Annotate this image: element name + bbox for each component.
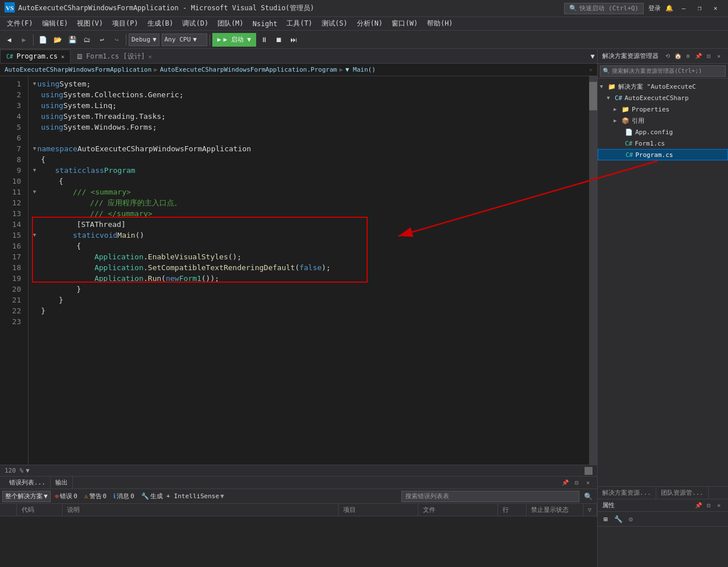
menu-help[interactable]: 帮助(H) xyxy=(422,17,458,31)
debug-mode-dropdown[interactable]: Debug ▼ xyxy=(129,34,159,46)
menu-nsight[interactable]: Nsight xyxy=(248,17,282,31)
start-button[interactable]: ▶ ▶ 启动 ▼ xyxy=(212,33,256,47)
menu-edit[interactable]: 编辑(E) xyxy=(38,17,73,31)
warning-count-badge[interactable]: ⚠ 警告 0 xyxy=(82,491,109,501)
solution-expand[interactable]: ▼ xyxy=(600,84,607,89)
save-all-btn[interactable]: 🗂 xyxy=(80,33,94,47)
redo-btn[interactable]: ↪ xyxy=(110,33,124,47)
se-close-btn[interactable]: ✕ xyxy=(714,52,723,61)
minimize-button[interactable]: — xyxy=(676,3,692,14)
col-desc[interactable]: 说明 xyxy=(63,504,339,516)
code-area[interactable]: ▼ using System; using System.Collections… xyxy=(28,76,589,465)
user-login[interactable]: 登录 xyxy=(648,4,661,13)
solution-search-box[interactable]: 🔍 搜索解决方案资源管理器(Ctrl+;) xyxy=(600,65,726,77)
tab-error-list[interactable]: 错误列表... xyxy=(5,477,51,489)
tree-references[interactable]: ▶ 📦 引用 xyxy=(598,115,728,126)
platform-dropdown[interactable]: Any CPU ▼ xyxy=(162,34,207,46)
breadcrumb-close-btn[interactable]: ✕ xyxy=(589,67,593,73)
menu-window[interactable]: 窗口(W) xyxy=(387,17,422,31)
prop-sort-btn[interactable]: 🔧 xyxy=(612,514,624,525)
se-home-btn[interactable]: 🏠 xyxy=(673,52,682,61)
new-project-btn[interactable]: 📄 xyxy=(36,33,50,47)
collapse-15[interactable]: ▼ xyxy=(33,230,36,241)
quick-launch[interactable]: 🔍 快速启动 (Ctrl+Q) xyxy=(564,3,644,14)
tree-properties[interactable]: ▶ 📁 Properties xyxy=(598,104,728,115)
prop-close-btn[interactable]: ✕ xyxy=(714,501,723,510)
se-gear-btn[interactable]: ⚙ xyxy=(684,52,693,61)
panel-pin-btn[interactable]: 📌 xyxy=(561,478,570,487)
col-project[interactable]: 项目 xyxy=(339,504,418,516)
toolbar-extra3[interactable]: ⏭ xyxy=(287,33,301,47)
project-expand[interactable]: ▼ xyxy=(607,95,614,101)
menu-build[interactable]: 生成(B) xyxy=(143,17,178,31)
tree-program[interactable]: C# Program.cs xyxy=(598,149,728,160)
panel-close-btn[interactable]: ✕ xyxy=(583,478,593,487)
restore-button[interactable]: ❐ xyxy=(692,3,708,14)
collapse-9[interactable]: ▼ xyxy=(33,165,36,176)
col-code[interactable]: 代码 xyxy=(17,504,63,516)
filter-icon[interactable]: ▽ xyxy=(588,507,591,513)
code-editor[interactable]: 💡 1 2 3 4 5 6 7 8 9 10 11 12 13 14 15 16… xyxy=(0,76,597,465)
error-search-box[interactable]: 搜索错误列表表 xyxy=(401,491,579,502)
collapse-1[interactable]: ▼ xyxy=(33,78,36,89)
menu-debug[interactable]: 调试(D) xyxy=(178,17,213,31)
prop-pin-btn[interactable]: 📌 xyxy=(694,501,703,510)
toolbar-extra1[interactable]: ⏸ xyxy=(257,33,271,47)
menu-project[interactable]: 项目(P) xyxy=(108,17,143,31)
error-search-icon[interactable]: 🔍 xyxy=(582,492,595,500)
tab-team-explorer[interactable]: 团队资源管... xyxy=(656,487,709,499)
col-line[interactable]: 行 xyxy=(498,504,527,516)
prop-grid-btn[interactable]: ⊞ xyxy=(600,514,611,525)
menu-test[interactable]: 测试(S) xyxy=(317,17,352,31)
se-pin-btn[interactable]: 📌 xyxy=(694,52,703,61)
message-count-badge[interactable]: ℹ 消息 0 xyxy=(111,491,137,501)
tab-output[interactable]: 输出 xyxy=(51,477,73,489)
tab-form1-design[interactable]: 🖼 Form1.cs [设计] ✕ xyxy=(71,49,158,63)
breadcrumb-project[interactable]: AutoExecuteCSharpWindowsFormApplication xyxy=(5,66,151,73)
se-sync-btn[interactable]: ⟲ xyxy=(663,52,672,61)
tab-solution-explorer[interactable]: 解决方案资源... xyxy=(598,487,656,499)
scrollbar-thumb[interactable] xyxy=(589,82,597,110)
col-suppress[interactable]: 禁止显示状态 xyxy=(527,504,583,516)
horizontal-scroll[interactable] xyxy=(585,467,593,475)
zoom-value[interactable]: 120 % xyxy=(5,467,23,474)
tab-form-close-icon[interactable]: ✕ xyxy=(149,53,152,60)
refs-expand[interactable]: ▶ xyxy=(614,118,620,123)
prop-float-btn[interactable]: ⊡ xyxy=(704,501,713,510)
menu-file[interactable]: 文件(F) xyxy=(2,17,38,31)
intellisense-filter[interactable]: 🔧 生成 + IntelliSense ▼ xyxy=(139,491,227,501)
back-button[interactable]: ◀ xyxy=(2,33,16,47)
collapse-7[interactable]: ▼ xyxy=(33,143,36,154)
breadcrumb-class[interactable]: AutoExecuteCSharpWindowsFormApplication.… xyxy=(160,66,337,73)
tab-program-cs[interactable]: C# Program.cs ✕ xyxy=(0,49,71,63)
tree-form1[interactable]: C# Form1.cs xyxy=(598,138,728,149)
tree-solution[interactable]: ▼ 📁 解决方案 "AutoExecuteC xyxy=(598,81,728,92)
tab-dropdown-btn[interactable]: ▼ xyxy=(588,49,597,63)
menu-view[interactable]: 视图(V) xyxy=(72,17,108,31)
zoom-dropdown-icon[interactable]: ▼ xyxy=(26,467,30,474)
props-expand[interactable]: ▶ xyxy=(614,106,620,112)
breadcrumb-method[interactable]: ▼ Main() xyxy=(346,66,376,73)
panel-float-btn[interactable]: ⊡ xyxy=(572,478,581,487)
menu-tools[interactable]: 工具(T) xyxy=(282,17,317,31)
undo-btn[interactable]: ↩ xyxy=(95,33,109,47)
prop-filter-btn[interactable]: ⚙ xyxy=(625,514,636,525)
se-float-btn[interactable]: ⊡ xyxy=(704,52,713,61)
line-4: 4 xyxy=(0,111,21,122)
menu-team[interactable]: 团队(M) xyxy=(213,17,248,31)
tree-appconfig[interactable]: 📄 App.config xyxy=(598,126,728,138)
col-file[interactable]: 文件 xyxy=(418,504,498,516)
tree-project[interactable]: ▼ C# AutoExecuteCSharp xyxy=(598,92,728,104)
toolbar-extra2[interactable]: ⏹ xyxy=(272,33,286,47)
collapse-11[interactable]: ▼ xyxy=(33,187,36,197)
open-file-btn[interactable]: 📂 xyxy=(51,33,64,47)
editor-scrollbar[interactable] xyxy=(589,76,597,465)
solution-filter-dropdown[interactable]: 整个解决方案 ▼ xyxy=(2,491,51,502)
forward-button[interactable]: ▶ xyxy=(17,33,31,47)
close-button[interactable]: ✕ xyxy=(708,3,723,14)
error-count-badge[interactable]: ⊗ 错误 0 xyxy=(53,491,80,501)
save-btn[interactable]: 💾 xyxy=(65,33,79,47)
tab-close-icon[interactable]: ✕ xyxy=(61,53,64,60)
col-filter-icon[interactable]: ▽ xyxy=(583,504,597,516)
menu-analyze[interactable]: 分析(N) xyxy=(352,17,388,31)
